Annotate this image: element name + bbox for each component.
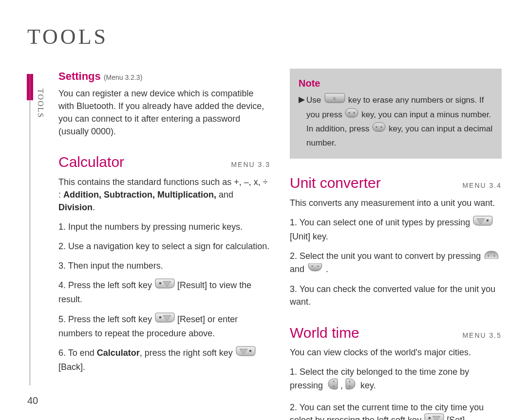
nav-left-key-icon (325, 378, 338, 394)
manual-page: TOOLS TOOLS 40 c (0, 0, 526, 420)
world-step-1: 1. Select the city belonged to the time … (290, 365, 502, 394)
calc-s6c: [Back]. (58, 362, 85, 372)
unit-step-1: 1. You can select one of unit types by p… (290, 216, 502, 243)
calc-s6b: , press the right soft key (140, 348, 235, 358)
calculator-menu-ref: MENU 3.3 (231, 160, 270, 169)
unit-s1b: [Unit] key. (290, 232, 328, 241)
world-s1c: key. (358, 381, 376, 391)
unit-s2b: and (290, 264, 307, 274)
nav-up-key-icon (483, 250, 500, 262)
calc-s6bold: Calculator (97, 348, 140, 358)
left-soft-key-icon (154, 312, 175, 327)
clear-key-icon (323, 93, 346, 108)
unit-s1a: 1. You can select one of unit types by p… (290, 218, 472, 227)
note-a: Use (306, 95, 323, 105)
page-number: 40 (27, 395, 38, 406)
right-soft-key-icon (472, 216, 493, 230)
settings-menu-ref: (Menu 3.2.3) (104, 73, 142, 81)
calc-step-6: 6. To end Calculator, press the right so… (58, 347, 270, 373)
calc-s5a: 5. Press the left soft key (58, 314, 154, 324)
right-soft-key-icon (235, 346, 256, 360)
unit-s2c: . (323, 264, 328, 274)
nav-down-key-icon (307, 263, 323, 275)
left-column: Settings (Menu 3.2.3) You can register a… (58, 69, 270, 420)
world-heading: World time MENU 3.5 (290, 322, 502, 344)
note-body: ▶ Use key to erase any numbers or signs.… (299, 93, 493, 149)
settings-body: You can register a new device which is c… (58, 87, 270, 138)
unit-step-2: 2. Select the unit you want to convert b… (290, 250, 502, 276)
calc-intro-bold2: Division (58, 202, 93, 212)
note-title: Note (299, 76, 493, 91)
note-bullet-icon: ▶ (299, 93, 303, 149)
unit-title: Unit converter (290, 172, 381, 194)
calculator-heading: Calculator MENU 3.3 (58, 151, 270, 173)
star-key-icon (344, 108, 359, 122)
left-soft-key-icon (154, 278, 175, 292)
unit-intro: This converts any measurement into a uni… (290, 197, 502, 209)
nav-right-key-icon (345, 378, 358, 394)
world-menu-ref: MENU 3.5 (462, 330, 502, 340)
world-s2b: [Set]. (444, 416, 467, 420)
settings-title: Settings (58, 70, 101, 82)
side-label: TOOLS (36, 89, 45, 118)
settings-heading: Settings (Menu 3.2.3) (58, 69, 270, 84)
world-s1a: 1. Select the city belonged to the time … (290, 367, 469, 390)
calc-step-1: 1. Input the numbers by pressing numeric… (58, 220, 270, 233)
note-text: Use key to erase any numbers or signs. I… (306, 93, 493, 149)
calc-s6a: 6. To end (58, 348, 97, 358)
unit-s2a: 2. Select the unit you want to convert b… (290, 251, 483, 261)
world-s1b: , (338, 381, 345, 391)
left-soft-key-icon (424, 413, 444, 420)
calc-intro-c: . (93, 202, 95, 212)
world-intro: You can view clocks of the world's major… (290, 346, 502, 359)
note-box: Note ▶ Use key to erase any numbers or s… (290, 69, 502, 159)
unit-heading: Unit converter MENU 3.4 (290, 172, 502, 194)
right-column: Note ▶ Use key to erase any numbers or s… (290, 69, 502, 420)
side-rule (30, 74, 30, 385)
calc-step-5: 5. Press the left soft key [Reset] or en… (58, 313, 270, 340)
calc-step-2: 2. Use a navigation key to select a sign… (58, 240, 270, 253)
page-title: TOOLS (27, 24, 502, 49)
unit-step-3: 3. You can check the converted value for… (290, 283, 502, 308)
calc-intro-b: and (216, 190, 233, 200)
calc-step-4: 4. Press the left soft key [Result] to v… (58, 279, 270, 306)
world-title: World time (290, 322, 359, 344)
unit-menu-ref: MENU 3.4 (462, 181, 502, 190)
calculator-intro: This contains the standard functions suc… (58, 176, 270, 214)
calc-intro-bold: Addition, Subtraction, Multiplication, (63, 190, 216, 200)
calc-step-3: 3. Then input the numbers. (58, 259, 270, 272)
hash-key-icon (372, 122, 386, 136)
calculator-title: Calculator (58, 151, 124, 173)
world-step-2: 2. You can set the current time to the c… (290, 401, 502, 420)
calc-s4a: 4. Press the left soft key (58, 281, 154, 291)
